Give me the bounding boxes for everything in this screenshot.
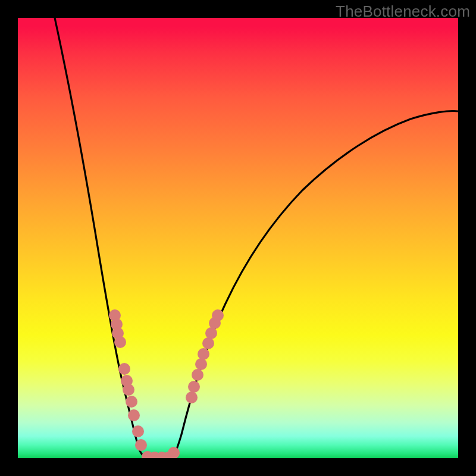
data-point [198, 348, 209, 360]
data-point [186, 392, 198, 403]
data-point [135, 439, 147, 451]
chart-frame: TheBottleneck.com [0, 0, 476, 476]
data-point [202, 337, 214, 349]
data-point [128, 409, 140, 421]
data-point [195, 358, 207, 370]
data-point [168, 447, 180, 458]
data-point [114, 336, 126, 348]
data-point [192, 369, 203, 381]
data-point [123, 384, 134, 396]
data-point [188, 381, 200, 393]
data-point [212, 309, 224, 321]
data-point [205, 327, 217, 339]
dot-layer [18, 18, 458, 458]
data-point [118, 363, 130, 375]
data-point [132, 425, 144, 437]
data-point [126, 396, 137, 408]
plot-area [18, 18, 458, 458]
